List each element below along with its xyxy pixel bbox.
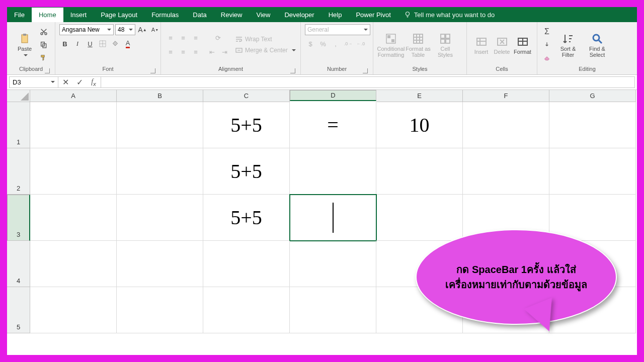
tab-view[interactable]: View xyxy=(249,7,277,22)
underline-button[interactable]: U xyxy=(85,38,96,49)
tab-page-layout[interactable]: Page Layout xyxy=(94,7,144,22)
row-header-5[interactable]: 5 xyxy=(7,287,30,333)
cell-C4[interactable] xyxy=(203,241,290,287)
cell-B1[interactable] xyxy=(117,102,203,148)
increase-decimal-button[interactable]: .0→ xyxy=(343,38,354,49)
column-header-D[interactable]: D xyxy=(290,90,376,101)
cell-C5[interactable] xyxy=(203,287,290,333)
cell-D4[interactable] xyxy=(290,241,376,287)
tab-help[interactable]: Help xyxy=(321,7,349,22)
cell-B3[interactable] xyxy=(117,195,203,241)
cell-G1[interactable] xyxy=(549,102,636,148)
comma-button[interactable]: , xyxy=(330,38,341,49)
cell-D3[interactable] xyxy=(290,195,376,241)
cell-styles-button[interactable]: Cell Styles xyxy=(432,32,459,58)
tab-insert[interactable]: Insert xyxy=(63,7,94,22)
row-header-2[interactable]: 2 xyxy=(7,148,30,195)
font-dialog-launcher[interactable] xyxy=(150,68,155,73)
fill-button[interactable] xyxy=(541,39,552,50)
select-all-corner[interactable] xyxy=(7,90,30,102)
cell-G2[interactable] xyxy=(549,148,636,195)
copy-button[interactable] xyxy=(38,39,49,50)
font-name-select[interactable]: Angsana New xyxy=(59,24,114,35)
fill-color-button[interactable] xyxy=(110,38,121,49)
format-cells-button[interactable]: Format xyxy=(512,35,533,55)
tab-file[interactable]: File xyxy=(7,7,32,22)
grow-font-button[interactable]: A▲ xyxy=(137,24,148,35)
align-right-button[interactable]: ≡ xyxy=(190,46,201,57)
cell-A1[interactable] xyxy=(30,102,117,148)
align-left-button[interactable]: ≡ xyxy=(165,46,176,57)
increase-indent-button[interactable]: ⇥ xyxy=(219,46,230,57)
autosum-button[interactable]: Σ xyxy=(541,26,552,37)
tab-review[interactable]: Review xyxy=(214,7,250,22)
cell-C1[interactable]: 5+5 xyxy=(203,102,290,148)
row-header-4[interactable]: 4 xyxy=(7,241,30,287)
number-dialog-launcher[interactable] xyxy=(363,68,368,73)
cell-A3[interactable] xyxy=(30,195,117,241)
row-header-3[interactable]: 3 xyxy=(7,195,30,241)
cut-button[interactable] xyxy=(38,26,49,37)
percent-button[interactable]: % xyxy=(317,38,329,49)
formula-input[interactable] xyxy=(101,76,635,88)
clipboard-dialog-launcher[interactable] xyxy=(45,68,50,73)
wrap-text-button[interactable]: Wrap Text xyxy=(235,35,272,43)
column-header-B[interactable]: B xyxy=(117,90,203,102)
find-select-button[interactable]: Find & Select xyxy=(584,32,611,58)
column-header-C[interactable]: C xyxy=(203,90,290,102)
align-center-button[interactable]: ≡ xyxy=(178,46,189,57)
cell-B5[interactable] xyxy=(117,287,203,333)
cancel-edit-button[interactable]: ✕ xyxy=(58,77,72,87)
cell-A4[interactable] xyxy=(30,241,117,287)
borders-button[interactable] xyxy=(97,38,108,49)
name-box[interactable]: D3 xyxy=(9,76,58,88)
cell-C2[interactable]: 5+5 xyxy=(203,148,290,195)
alignment-dialog-launcher[interactable] xyxy=(290,68,295,73)
bold-button[interactable]: B xyxy=(59,38,70,49)
cell-D5[interactable] xyxy=(290,287,376,333)
cell-F1[interactable] xyxy=(463,102,549,148)
cell-B4[interactable] xyxy=(117,241,203,287)
cell-E2[interactable] xyxy=(376,148,463,195)
paste-button[interactable]: Paste xyxy=(11,32,38,58)
cell-F2[interactable] xyxy=(463,148,549,195)
clear-button[interactable] xyxy=(541,52,552,63)
align-top-button[interactable]: ≡ xyxy=(165,32,176,43)
conditional-formatting-button[interactable]: Conditional Formatting xyxy=(377,32,405,58)
insert-cells-button[interactable]: Insert xyxy=(471,35,492,55)
sort-filter-button[interactable]: Sort & Filter xyxy=(554,32,582,58)
insert-function-button[interactable]: fx xyxy=(87,77,101,87)
column-header-G[interactable]: G xyxy=(549,90,636,102)
cell-C3[interactable]: 5+5 xyxy=(203,195,290,241)
tab-data[interactable]: Data xyxy=(186,7,213,22)
font-size-select[interactable]: 48 xyxy=(115,24,135,35)
row-header-1[interactable]: 1 xyxy=(7,102,30,148)
shrink-font-button[interactable]: A▼ xyxy=(149,24,160,35)
decrease-decimal-button[interactable]: ←.0 xyxy=(355,38,366,49)
tab-formulas[interactable]: Formulas xyxy=(144,7,186,22)
tab-home[interactable]: Home xyxy=(32,7,63,22)
italic-button[interactable]: I xyxy=(72,38,83,49)
decrease-indent-button[interactable]: ⇤ xyxy=(206,46,217,57)
delete-cells-button[interactable]: Delete xyxy=(492,35,512,55)
format-as-table-button[interactable]: Format as Table xyxy=(405,32,432,58)
tab-power-pivot[interactable]: Power Pivot xyxy=(349,7,397,22)
cell-A5[interactable] xyxy=(30,287,117,333)
column-header-A[interactable]: A xyxy=(30,90,117,102)
tell-me-search[interactable]: Tell me what you want to do xyxy=(404,7,495,22)
column-header-F[interactable]: F xyxy=(463,90,549,102)
cell-A2[interactable] xyxy=(30,148,117,195)
format-painter-button[interactable] xyxy=(38,52,49,63)
orientation-button[interactable]: ⟳ xyxy=(213,32,224,43)
enter-edit-button[interactable]: ✓ xyxy=(72,77,87,87)
align-middle-button[interactable]: ≡ xyxy=(178,32,189,43)
cell-B2[interactable] xyxy=(117,148,203,195)
tab-developer[interactable]: Developer xyxy=(277,7,321,22)
merge-center-button[interactable]: Merge & Center xyxy=(235,46,296,54)
column-header-E[interactable]: E xyxy=(376,90,463,102)
cell-E1[interactable]: 10 xyxy=(376,102,463,148)
number-format-select[interactable]: General xyxy=(305,24,370,35)
font-color-button[interactable]: A xyxy=(122,38,133,49)
cell-D1[interactable]: = xyxy=(290,102,376,148)
align-bottom-button[interactable]: ≡ xyxy=(190,32,201,43)
